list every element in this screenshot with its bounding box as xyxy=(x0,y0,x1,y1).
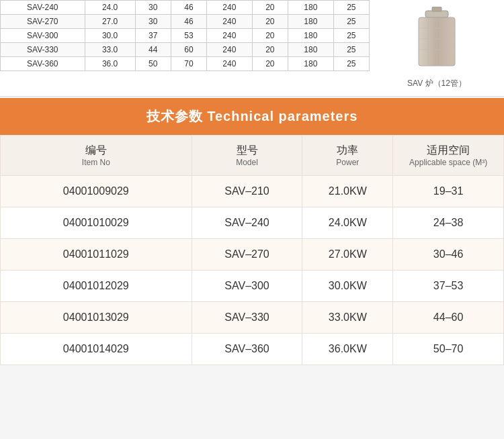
col-header-zh: 功率 xyxy=(308,144,387,158)
table-row: 04001013029SAV–33033.0KW44–60 xyxy=(1,302,504,334)
tech-header: 技术参数 Technical parameters xyxy=(0,98,504,135)
small-table-cell: 20 xyxy=(252,43,288,57)
space-cell: 50–70 xyxy=(393,334,504,365)
item-no-cell: 04001009029 xyxy=(1,176,192,207)
small-table-cell: 37 xyxy=(135,29,171,43)
small-table: SAV-24024.030462402018025SAV-27027.03046… xyxy=(0,0,370,71)
item-no-cell: 04001010029 xyxy=(1,207,192,239)
top-section: SAV-24024.030462402018025SAV-27027.03046… xyxy=(0,0,504,97)
small-table-cell: 33.0 xyxy=(85,43,135,57)
small-table-cell: 180 xyxy=(288,29,333,43)
small-table-cell: 25 xyxy=(333,29,369,43)
power-cell: 36.0KW xyxy=(302,334,393,365)
small-table-cell: SAV-240 xyxy=(1,1,85,15)
svg-rect-8 xyxy=(432,7,442,11)
power-cell: 27.0KW xyxy=(302,239,393,271)
space-cell: 44–60 xyxy=(393,302,504,334)
small-table-cell: SAV-360 xyxy=(1,57,85,71)
space-cell: 19–31 xyxy=(393,176,504,207)
small-table-cell: 25 xyxy=(333,57,369,71)
model-cell: SAV–300 xyxy=(192,271,302,302)
table-row: 04001010029SAV–24024.0KW24–38 xyxy=(1,207,504,239)
item-no-cell: 04001012029 xyxy=(1,271,192,302)
params-col-header-0: 编号Item No xyxy=(1,136,192,176)
small-table-cell: SAV-270 xyxy=(1,15,85,29)
col-header-zh: 适用空间 xyxy=(398,144,498,158)
table-row: 04001014029SAV–36036.0KW50–70 xyxy=(1,334,504,365)
small-table-cell: SAV-300 xyxy=(1,29,85,43)
small-table-cell: 46 xyxy=(171,1,206,15)
small-table-cell: 30 xyxy=(135,1,171,15)
params-table: 编号Item No型号Model功率Power适用空间Applicable sp… xyxy=(0,135,504,365)
item-no-cell: 04001014029 xyxy=(1,334,192,365)
power-cell: 30.0KW xyxy=(302,271,393,302)
small-table-cell: 20 xyxy=(252,15,288,29)
small-table-cell: 20 xyxy=(252,1,288,15)
power-cell: 21.0KW xyxy=(302,176,393,207)
small-table-cell: 180 xyxy=(288,43,333,57)
small-table-cell: 240 xyxy=(207,29,253,43)
small-table-cell: 46 xyxy=(171,15,206,29)
col-header-en: Item No xyxy=(6,158,186,167)
small-table-cell: 180 xyxy=(288,57,333,71)
space-cell: 37–53 xyxy=(393,271,504,302)
space-cell: 24–38 xyxy=(393,207,504,239)
table-row: 04001012029SAV–30030.0KW37–53 xyxy=(1,271,504,302)
small-table-cell: 25 xyxy=(333,1,369,15)
col-header-en: Model xyxy=(198,158,297,167)
power-cell: 33.0KW xyxy=(302,302,393,334)
col-header-zh: 编号 xyxy=(6,144,186,158)
params-col-header-3: 适用空间Applicable space (M³) xyxy=(393,136,504,176)
small-table-cell: 36.0 xyxy=(85,57,135,71)
small-table-cell: 240 xyxy=(207,1,253,15)
small-table-cell: 25 xyxy=(333,15,369,29)
small-table-cell: 180 xyxy=(288,1,333,15)
small-table-cell: 27.0 xyxy=(85,15,135,29)
small-table-cell: 25 xyxy=(333,43,369,57)
small-table-cell: 240 xyxy=(207,43,253,57)
tech-section: 技术参数 Technical parameters 编号Item No型号Mod… xyxy=(0,98,504,365)
small-table-cell: 240 xyxy=(207,57,253,71)
item-no-cell: 04001011029 xyxy=(1,239,192,271)
small-table-cell: 180 xyxy=(288,15,333,29)
model-cell: SAV–360 xyxy=(192,334,302,365)
small-table-cell: 240 xyxy=(207,15,253,29)
furnace-label: SAV 炉（12管） xyxy=(407,78,466,89)
small-table-cell: 50 xyxy=(135,57,171,71)
small-table-cell: 20 xyxy=(252,29,288,43)
col-header-zh: 型号 xyxy=(198,144,297,158)
power-cell: 24.0KW xyxy=(302,207,393,239)
params-col-header-1: 型号Model xyxy=(192,136,302,176)
small-table-container: SAV-24024.030462402018025SAV-27027.03046… xyxy=(0,0,370,96)
small-table-cell: 30 xyxy=(135,15,171,29)
model-cell: SAV–210 xyxy=(192,176,302,207)
table-row: 04001011029SAV–27027.0KW30–46 xyxy=(1,239,504,271)
small-table-cell: 70 xyxy=(171,57,206,71)
small-table-cell: SAV-330 xyxy=(1,43,85,57)
small-table-cell: 53 xyxy=(171,29,206,43)
params-col-header-2: 功率Power xyxy=(302,136,393,176)
col-header-en: Power xyxy=(308,158,387,167)
space-cell: 30–46 xyxy=(393,239,504,271)
model-cell: SAV–270 xyxy=(192,239,302,271)
table-row: 04001009029SAV–21021.0KW19–31 xyxy=(1,176,504,207)
small-table-cell: 60 xyxy=(171,43,206,57)
image-container: SAV 炉（12管） xyxy=(370,0,504,96)
item-no-cell: 04001013029 xyxy=(1,302,192,334)
furnace-svg xyxy=(407,7,467,74)
model-cell: SAV–330 xyxy=(192,302,302,334)
small-table-cell: 24.0 xyxy=(85,1,135,15)
small-table-cell: 30.0 xyxy=(85,29,135,43)
model-cell: SAV–240 xyxy=(192,207,302,239)
small-table-cell: 20 xyxy=(252,57,288,71)
col-header-en: Applicable space (M³) xyxy=(398,158,498,167)
small-table-cell: 44 xyxy=(135,43,171,57)
